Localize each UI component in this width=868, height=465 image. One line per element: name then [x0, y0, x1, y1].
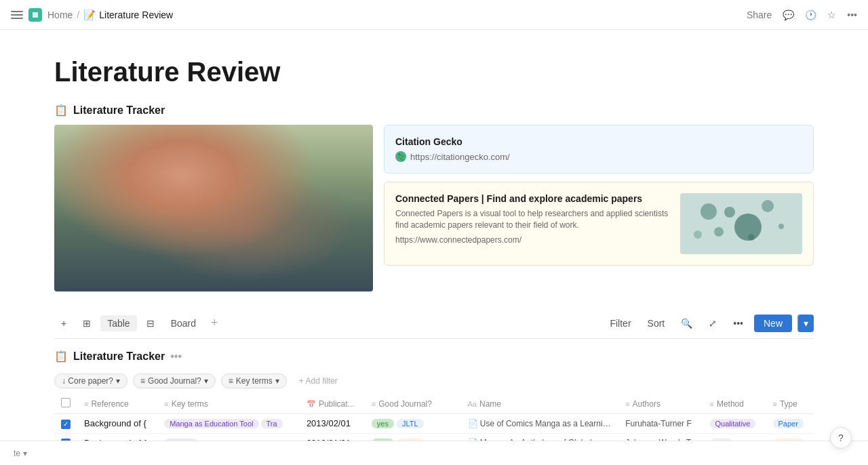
filter-core-paper-label: ↓ Core paper? [62, 376, 113, 386]
share-button[interactable]: Share [747, 9, 772, 20]
comment-icon[interactable]: 💬 [783, 9, 794, 20]
filter-good-journal-dropdown: ▾ [204, 376, 208, 386]
breadcrumb-home[interactable]: Home [47, 9, 73, 20]
connected-card-url[interactable]: https://www.connectedpapers.com/ [395, 235, 672, 245]
cards-area: Citation Gecko 🦎 https://citationgecko.c… [54, 125, 814, 291]
new-button-dropdown[interactable]: ▾ [797, 315, 814, 332]
board-icon: ⊟ [140, 315, 161, 331]
col-reference: ≡Reference [77, 394, 157, 414]
table-section-icon: 📋 [54, 350, 68, 363]
connected-papers-thumbnail [680, 193, 802, 254]
table-view-button[interactable]: Table [100, 315, 136, 331]
connected-card-text: Connected Papers | Find and explore acad… [395, 193, 672, 254]
view-toolbar: + ⊞ Table ⊟ Board + Filter Sort 🔍 ⤢ ••• … [54, 308, 814, 339]
filter-key-terms-icon: ≡ [229, 376, 233, 386]
table-heading: 📋 Literature Tracker ••• [54, 344, 814, 368]
expand-icon[interactable]: ▾ [23, 449, 27, 458]
bottom-bar-text: te [14, 449, 20, 458]
cell-publication: 2013/02/01 [300, 414, 365, 434]
breadcrumb: Home / 📝 Literature Review [47, 9, 173, 20]
col-key-terms: ≡Key terms [157, 394, 300, 414]
col-publication: 📅Publicat... [300, 394, 365, 414]
search-button[interactable]: 🔍 [675, 315, 698, 331]
breadcrumb-current: Literature Review [99, 9, 173, 20]
citation-gecko-card[interactable]: Citation Gecko 🦎 https://citationgecko.c… [384, 125, 814, 174]
table-section-menu[interactable]: ••• [170, 350, 182, 363]
citation-url-text[interactable]: https://citationgecko.com/ [410, 152, 510, 162]
table-row: Background of {Manga as Education ToolTr… [54, 414, 814, 434]
manga-artwork [54, 125, 373, 291]
menu-icon[interactable] [11, 9, 23, 21]
cell-name: 📄 Use of Comics Manga as a Learning Tool… [461, 414, 619, 434]
filter-key-terms-dropdown: ▾ [275, 376, 279, 386]
citation-card-url: 🦎 https://citationgecko.com/ [395, 151, 802, 162]
toolbar-right: Filter Sort 🔍 ⤢ ••• New ▾ [604, 315, 814, 332]
filter-key-terms-label: Key terms [236, 376, 273, 386]
section-icon: 📋 [54, 104, 68, 117]
main-content: Literature Review 📋 Literature Tracker C… [0, 30, 868, 465]
add-filter-button[interactable]: + Add filter [292, 374, 344, 388]
add-view-button[interactable]: + [54, 315, 73, 331]
favorite-icon[interactable]: ☆ [827, 9, 836, 20]
gecko-icon: 🦎 [395, 151, 406, 162]
board-view-button[interactable]: Board [164, 315, 203, 331]
col-good-journal: ≡Good Journal? [365, 394, 461, 414]
toolbar-left: + ⊞ Table ⊟ Board + [54, 313, 224, 333]
hero-image [54, 125, 373, 291]
bottom-bar: te ▾ [0, 441, 868, 465]
top-navigation: Home / 📝 Literature Review Share 💬 🕐 ☆ •… [0, 0, 868, 30]
filter-core-paper[interactable]: ↓ Core paper? ▾ [54, 373, 127, 388]
select-all-checkbox[interactable] [61, 398, 71, 407]
col-name: AaName [461, 394, 619, 414]
grid-icon: ⊞ [76, 315, 98, 331]
cell-method: Qualitative [703, 414, 766, 434]
col-type: ≡Type [766, 394, 814, 414]
method-badge: Qualitative [710, 419, 756, 428]
fullscreen-button[interactable]: ⤢ [703, 315, 722, 331]
citation-card-title: Citation Gecko [395, 136, 802, 147]
cell-reference[interactable]: Background of { [77, 414, 157, 434]
row-checkbox[interactable] [61, 420, 71, 429]
filter-good-journal[interactable]: ≡ Good Journal? ▾ [133, 373, 216, 388]
journal-tag: JLTL [397, 419, 424, 428]
col-authors: ≡Authors [618, 394, 703, 414]
cell-key-terms: Manga as Education ToolTra [157, 414, 300, 434]
help-button[interactable]: ? [830, 427, 852, 449]
nav-left: Home / 📝 Literature Review [11, 8, 173, 22]
page-emoji: 📝 [83, 9, 95, 20]
breadcrumb-separator: / [77, 9, 79, 20]
more-options-icon[interactable]: ••• [847, 9, 857, 20]
app-logo [28, 8, 42, 22]
connected-papers-card[interactable]: Connected Papers | Find and explore acad… [384, 182, 814, 266]
sort-button[interactable]: Sort [642, 315, 671, 331]
col-checkbox [54, 394, 77, 414]
filter-key-terms[interactable]: ≡ Key terms ▾ [221, 373, 287, 388]
key-term-tag: Manga as Education Tool [164, 419, 258, 428]
more-table-options[interactable]: ••• [728, 315, 749, 331]
type-badge: Paper [773, 419, 804, 428]
nav-right: Share 💬 🕐 ☆ ••• [747, 9, 857, 20]
section-label: Literature Tracker [73, 104, 165, 117]
add-another-view-button[interactable]: + [205, 313, 224, 333]
cell-type: Paper [766, 414, 814, 434]
table-section-title: Literature Tracker [73, 350, 165, 363]
cell-good-journal: yesJLTL [365, 414, 461, 434]
key-term-tag: Tra [261, 419, 283, 428]
history-icon[interactable]: 🕐 [805, 9, 816, 20]
page-title: Literature Review [54, 57, 814, 87]
connected-card-title: Connected Papers | Find and explore acad… [395, 193, 672, 204]
col-method: ≡Method [703, 394, 766, 414]
filter-good-journal-label: Good Journal? [148, 376, 201, 386]
filter-pills: ↓ Core paper? ▾ ≡ Good Journal? ▾ ≡ Key … [54, 368, 814, 394]
citation-card-label: Citation Gecko [395, 136, 462, 147]
section-header: 📋 Literature Tracker [54, 104, 814, 117]
links-panel: Citation Gecko 🦎 https://citationgecko.c… [384, 125, 814, 291]
good-journal-badge: yes [372, 419, 394, 428]
filter-button[interactable]: Filter [604, 315, 636, 331]
filter-core-paper-dropdown: ▾ [116, 376, 120, 386]
cell-authors: Furuhata-Turner F [618, 414, 703, 434]
connected-card-desc: Connected Papers is a visual tool to hel… [395, 208, 672, 231]
filter-good-journal-icon: ≡ [140, 376, 145, 386]
new-button[interactable]: New [754, 315, 792, 332]
